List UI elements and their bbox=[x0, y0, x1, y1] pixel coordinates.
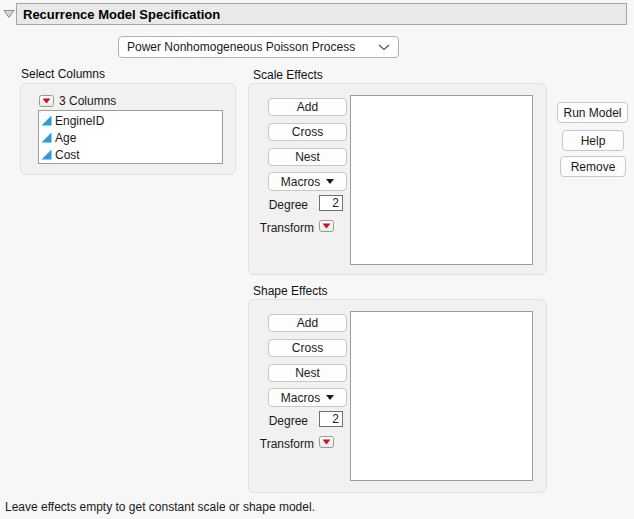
shape-macros-label: Macros bbox=[281, 391, 320, 405]
run-model-button[interactable]: Run Model bbox=[557, 102, 628, 123]
red-triangle-icon bbox=[42, 98, 51, 104]
scale-transform-label: Transform bbox=[249, 221, 314, 235]
page-title: Recurrence Model Specification bbox=[23, 7, 220, 22]
remove-button[interactable]: Remove bbox=[560, 156, 626, 177]
scale-cross-button[interactable]: Cross bbox=[268, 123, 347, 141]
red-triangle-icon bbox=[322, 223, 331, 229]
list-item[interactable]: Age bbox=[39, 129, 222, 146]
shape-transform-menu-button[interactable] bbox=[319, 436, 334, 448]
triangle-down-icon bbox=[3, 8, 15, 19]
section-title-bar: Recurrence Model Specification bbox=[16, 3, 627, 25]
shape-add-button[interactable]: Add bbox=[268, 314, 347, 332]
macros-dropdown-icon bbox=[326, 179, 334, 184]
continuous-column-icon bbox=[41, 149, 52, 160]
scale-effects-listbox[interactable] bbox=[350, 95, 533, 265]
columns-menu-button[interactable] bbox=[39, 95, 54, 107]
columns-listbox[interactable]: EngineID Age Cost bbox=[38, 110, 223, 164]
scale-effects-panel: Add Cross Nest Macros Degree 2 Transform bbox=[248, 83, 547, 275]
continuous-column-icon bbox=[41, 132, 52, 143]
continuous-column-icon bbox=[41, 115, 52, 126]
scale-nest-button[interactable]: Nest bbox=[268, 148, 347, 166]
select-columns-panel: 3 Columns EngineID Age Cost bbox=[20, 83, 236, 175]
shape-transform-label: Transform bbox=[249, 437, 314, 451]
scale-transform-menu-button[interactable] bbox=[319, 220, 334, 232]
shape-macros-button[interactable]: Macros bbox=[268, 388, 347, 407]
scale-effects-label: Scale Effects bbox=[253, 68, 323, 82]
shape-effects-panel: Add Cross Nest Macros Degree 2 Transform bbox=[248, 299, 547, 493]
recurrence-model-dialog: Recurrence Model Specification Power Non… bbox=[0, 0, 634, 519]
shape-degree-label: Degree bbox=[249, 414, 308, 428]
columns-header: 3 Columns bbox=[39, 94, 116, 108]
footer-note: Leave effects empty to get constant scal… bbox=[5, 500, 315, 514]
column-name: Cost bbox=[55, 148, 80, 162]
chevron-down-icon bbox=[378, 44, 390, 51]
scale-degree-input[interactable]: 2 bbox=[319, 195, 343, 211]
model-type-dropdown[interactable]: Power Nonhomogeneous Poisson Process bbox=[118, 36, 399, 58]
scale-add-button[interactable]: Add bbox=[268, 98, 347, 116]
shape-cross-button[interactable]: Cross bbox=[268, 339, 347, 357]
scale-macros-label: Macros bbox=[281, 175, 320, 189]
list-item[interactable]: Cost bbox=[39, 146, 222, 163]
shape-nest-button[interactable]: Nest bbox=[268, 364, 347, 382]
help-button[interactable]: Help bbox=[562, 130, 624, 151]
disclosure-triangle-icon[interactable] bbox=[2, 7, 15, 20]
scale-degree-label: Degree bbox=[249, 198, 308, 212]
column-name: EngineID bbox=[55, 114, 104, 128]
model-type-value: Power Nonhomogeneous Poisson Process bbox=[127, 40, 378, 54]
shape-effects-listbox[interactable] bbox=[350, 311, 533, 481]
scale-macros-button[interactable]: Macros bbox=[268, 172, 347, 191]
list-item[interactable]: EngineID bbox=[39, 112, 222, 129]
red-triangle-icon bbox=[322, 439, 331, 445]
shape-degree-input[interactable]: 2 bbox=[319, 411, 343, 427]
columns-count-label: 3 Columns bbox=[59, 94, 116, 108]
select-columns-label: Select Columns bbox=[21, 67, 105, 81]
macros-dropdown-icon bbox=[326, 395, 334, 400]
shape-effects-label: Shape Effects bbox=[253, 284, 328, 298]
column-name: Age bbox=[55, 131, 76, 145]
